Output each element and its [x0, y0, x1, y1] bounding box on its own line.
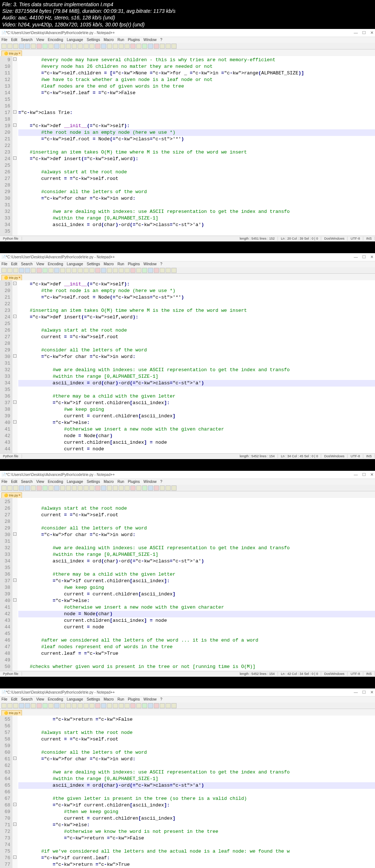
toolbar-button[interactable]: [66, 703, 71, 708]
toolbar-button[interactable]: [66, 44, 71, 49]
toolbar-button[interactable]: [42, 485, 48, 491]
menu-item[interactable]: Run: [118, 262, 124, 266]
menu-item[interactable]: Plugins: [128, 38, 140, 42]
toolbar-button[interactable]: [130, 703, 135, 708]
toolbar-button[interactable]: [171, 268, 177, 273]
toolbar-button[interactable]: [72, 44, 77, 49]
menu-item[interactable]: Encoding: [48, 38, 63, 42]
toolbar-button[interactable]: [130, 44, 135, 49]
toolbar-button[interactable]: [113, 485, 118, 491]
minimize-icon[interactable]: —: [354, 690, 358, 695]
code-content[interactable]: ="c-kw">return ="c-kw">False #always sta…: [18, 716, 375, 868]
menu-item[interactable]: ?: [160, 38, 162, 42]
fold-marker[interactable]: −: [13, 156, 16, 160]
tab-close-icon[interactable]: ✕: [18, 276, 21, 279]
toolbar-button[interactable]: [107, 703, 112, 708]
toolbar-button[interactable]: [160, 44, 165, 49]
code-content[interactable]: #always start at the root node current =…: [18, 498, 375, 671]
toolbar-button[interactable]: [119, 44, 124, 49]
toolbar-button[interactable]: [37, 703, 42, 708]
toolbar-button[interactable]: [160, 268, 165, 273]
toolbar-button[interactable]: [119, 703, 124, 708]
toolbar-button[interactable]: [31, 485, 36, 491]
toolbar-button[interactable]: [42, 703, 48, 708]
toolbar-button[interactable]: [37, 44, 42, 49]
toolbar-button[interactable]: [48, 44, 53, 49]
toolbar-button[interactable]: [154, 44, 159, 49]
toolbar-button[interactable]: [171, 703, 177, 708]
maximize-icon[interactable]: ☐: [362, 255, 366, 259]
code-editor[interactable]: 2526272829303132333435363738394041424344…: [0, 498, 375, 671]
toolbar-button[interactable]: [101, 268, 106, 273]
toolbar-button[interactable]: [31, 703, 36, 708]
fold-marker[interactable]: −: [13, 123, 16, 127]
toolbar-button[interactable]: [7, 703, 12, 708]
toolbar-button[interactable]: [60, 485, 65, 491]
menu-item[interactable]: Window: [144, 38, 157, 42]
toolbar-button[interactable]: [72, 268, 77, 273]
tab-close-icon[interactable]: ✕: [18, 494, 21, 497]
toolbar-button[interactable]: [7, 485, 12, 491]
menu-item[interactable]: Macro: [104, 480, 114, 484]
toolbar-button[interactable]: [37, 485, 42, 491]
close-icon[interactable]: ✕: [370, 690, 374, 695]
minimize-icon[interactable]: —: [354, 255, 358, 259]
toolbar-button[interactable]: [154, 485, 159, 491]
menu-item[interactable]: Search: [21, 480, 33, 484]
menu-item[interactable]: Edit: [11, 38, 17, 42]
toolbar-button[interactable]: [160, 485, 165, 491]
toolbar-button[interactable]: [148, 703, 153, 708]
toolbar-button[interactable]: [171, 485, 177, 491]
toolbar-button[interactable]: [72, 485, 77, 491]
toolbar-button[interactable]: [89, 268, 94, 273]
toolbar-button[interactable]: [19, 703, 24, 708]
toolbar-button[interactable]: [1, 268, 7, 273]
toolbar-button[interactable]: [13, 268, 18, 273]
menu-item[interactable]: Settings: [87, 480, 100, 484]
toolbar-button[interactable]: [107, 268, 112, 273]
toolbar-button[interactable]: [101, 703, 106, 708]
toolbar-button[interactable]: [48, 268, 53, 273]
menu-item[interactable]: Window: [144, 262, 157, 266]
toolbar-button[interactable]: [37, 268, 42, 273]
menu-item[interactable]: View: [36, 262, 44, 266]
menu-item[interactable]: ?: [160, 697, 162, 701]
toolbar-button[interactable]: [125, 703, 130, 708]
fold-marker[interactable]: −: [13, 420, 16, 424]
menu-item[interactable]: Window: [144, 480, 157, 484]
menu-item[interactable]: Edit: [11, 262, 17, 266]
code-content[interactable]: #every node may have several children - …: [18, 56, 375, 236]
menu-item[interactable]: Run: [118, 38, 124, 42]
toolbar-button[interactable]: [142, 485, 147, 491]
toolbar-button[interactable]: [31, 44, 36, 49]
toolbar-button[interactable]: [95, 44, 100, 49]
toolbar-button[interactable]: [95, 485, 100, 491]
menu-item[interactable]: View: [36, 697, 44, 701]
toolbar-button[interactable]: [48, 703, 53, 708]
fold-marker[interactable]: −: [13, 354, 16, 358]
toolbar-button[interactable]: [25, 485, 30, 491]
toolbar-button[interactable]: [54, 703, 59, 708]
toolbar-button[interactable]: [125, 485, 130, 491]
fold-marker[interactable]: −: [13, 532, 16, 536]
toolbar-button[interactable]: [142, 703, 147, 708]
fold-marker[interactable]: −: [13, 579, 16, 582]
menu-item[interactable]: Macro: [104, 38, 114, 42]
toolbar-button[interactable]: [113, 268, 118, 273]
minimize-icon[interactable]: —: [354, 472, 358, 477]
menu-item[interactable]: Edit: [11, 697, 17, 701]
toolbar-button[interactable]: [95, 703, 100, 708]
file-tab[interactable]: 🟡 trie.py✕: [1, 492, 22, 498]
menu-item[interactable]: Search: [21, 262, 33, 266]
toolbar-button[interactable]: [154, 703, 159, 708]
fold-marker[interactable]: −: [13, 110, 16, 114]
toolbar-button[interactable]: [60, 703, 65, 708]
toolbar-button[interactable]: [13, 485, 18, 491]
toolbar-button[interactable]: [54, 268, 59, 273]
menu-item[interactable]: Edit: [11, 480, 17, 484]
code-editor[interactable]: 1920212223242526272829303132333435363738…: [0, 280, 375, 453]
menu-item[interactable]: Language: [67, 262, 83, 266]
toolbar-button[interactable]: [107, 44, 112, 49]
toolbar-button[interactable]: [107, 485, 112, 491]
toolbar-button[interactable]: [1, 44, 7, 49]
